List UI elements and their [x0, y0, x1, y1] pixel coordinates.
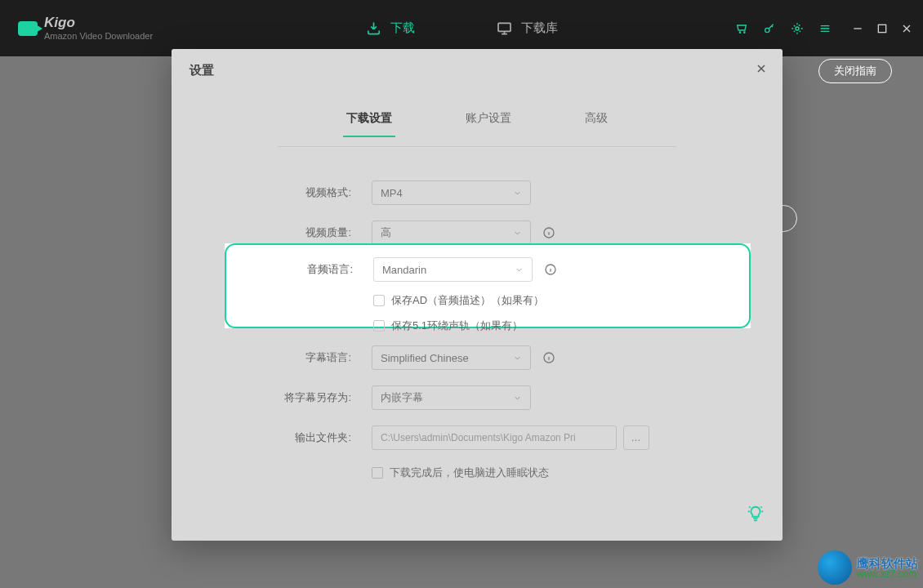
- row-sleep-after: 下载完成后，使电脑进入睡眠状态: [172, 466, 783, 480]
- chevron-down-icon: [513, 229, 522, 238]
- guide-highlight: 音频语言: Mandarin 保存AD（音频描述）（如果有） 保存5.1环绕声轨…: [225, 243, 751, 328]
- key-icon[interactable]: [763, 22, 776, 35]
- close-guide-button[interactable]: 关闭指南: [818, 59, 892, 83]
- chevron-down-icon: [513, 394, 522, 403]
- svg-point-2: [744, 32, 745, 33]
- modal-close-icon[interactable]: [755, 62, 768, 75]
- titlebar: Kigo Amazon Video Downloader 下载 下载库: [0, 0, 923, 56]
- select-save-subtitle-as[interactable]: 内嵌字幕: [372, 385, 531, 410]
- monitor-icon: [497, 20, 513, 37]
- download-icon: [366, 20, 382, 37]
- cart-icon[interactable]: [735, 22, 748, 35]
- browse-label: …: [631, 432, 642, 443]
- select-subtitle-language[interactable]: Simplified Chinese: [372, 345, 531, 370]
- chevron-down-icon: [513, 354, 522, 363]
- close-icon[interactable]: [900, 22, 913, 35]
- row-video-quality: 视频质量: 高: [172, 220, 783, 245]
- label-save-51: 保存5.1环绕声轨（如果有）: [391, 318, 523, 333]
- value-video-format: MP4: [381, 187, 403, 199]
- modal-tabs: 下载设置 账户设置 高级: [172, 111, 783, 136]
- tab-account-settings[interactable]: 账户设置: [466, 111, 511, 136]
- info-icon[interactable]: [542, 351, 555, 364]
- info-icon[interactable]: [544, 263, 557, 276]
- value-output-folder: C:\Users\admin\Documents\Kigo Amazon Pri: [381, 432, 576, 443]
- value-subtitle-language: Simplified Chinese: [381, 352, 469, 364]
- gear-icon[interactable]: [791, 22, 804, 35]
- tab-advanced-settings-label: 高级: [585, 111, 608, 124]
- minimize-icon[interactable]: [851, 22, 864, 35]
- label-video-format: 视频格式:: [172, 185, 372, 200]
- checkbox-save-ad[interactable]: [373, 295, 385, 306]
- app-subtitle: Amazon Video Downloader: [44, 31, 153, 41]
- tab-download[interactable]: 下载: [366, 20, 415, 37]
- app-name: Kigo: [44, 16, 153, 31]
- chevron-down-icon: [515, 265, 524, 274]
- main-tabs: 下载 下载库: [366, 0, 558, 56]
- label-save-subtitle-as: 将字幕另存为:: [172, 390, 372, 405]
- tab-account-settings-label: 账户设置: [466, 111, 511, 124]
- tab-download-settings-label: 下载设置: [346, 111, 392, 124]
- menu-icon[interactable]: [818, 22, 832, 35]
- row-video-format: 视频格式: MP4: [172, 180, 783, 205]
- close-guide-label: 关闭指南: [834, 64, 876, 78]
- label-subtitle-language: 字幕语言:: [172, 350, 372, 365]
- value-audio-language: Mandarin: [382, 264, 426, 276]
- value-save-subtitle-as: 内嵌字幕: [381, 390, 423, 405]
- svg-point-4: [796, 27, 799, 30]
- checkbox-save-51[interactable]: [373, 320, 385, 332]
- system-icons: [735, 0, 913, 56]
- tab-library[interactable]: 下载库: [497, 20, 558, 37]
- row-save-subtitle-as: 将字幕另存为: 内嵌字幕: [172, 385, 783, 410]
- label-save-ad: 保存AD（音频描述）（如果有）: [391, 293, 544, 308]
- app-logo: Kigo Amazon Video Downloader: [0, 16, 153, 41]
- checkbox-sleep-after[interactable]: [372, 467, 383, 479]
- label-sleep-after: 下载完成后，使电脑进入睡眠状态: [390, 466, 549, 480]
- row-output-folder: 输出文件夹: C:\Users\admin\Documents\Kigo Ama…: [172, 425, 783, 450]
- row-save-ad: 保存AD（音频描述）（如果有）: [226, 293, 749, 308]
- tab-advanced-settings[interactable]: 高级: [585, 111, 608, 136]
- row-audio-language: 音频语言: Mandarin: [226, 257, 749, 282]
- row-save-51: 保存5.1环绕声轨（如果有）: [226, 318, 749, 333]
- lightbulb-icon[interactable]: [747, 505, 765, 523]
- camera-icon: [18, 21, 38, 36]
- output-folder-field: C:\Users\admin\Documents\Kigo Amazon Pri: [372, 425, 617, 450]
- settings-modal: 设置 下载设置 账户设置 高级 视频格式: MP4 视频质量: 高 字幕语言:: [172, 49, 783, 541]
- select-video-quality[interactable]: 高: [372, 220, 531, 245]
- row-subtitle-language: 字幕语言: Simplified Chinese: [172, 345, 783, 370]
- svg-rect-5: [878, 24, 885, 32]
- tab-library-label: 下载库: [521, 20, 558, 36]
- tab-download-label: 下载: [390, 20, 415, 36]
- label-audio-language: 音频语言:: [226, 262, 373, 277]
- svg-point-1: [739, 32, 740, 33]
- info-icon[interactable]: [542, 226, 555, 239]
- svg-point-3: [765, 28, 769, 32]
- value-video-quality: 高: [381, 225, 391, 240]
- select-audio-language[interactable]: Mandarin: [373, 257, 533, 282]
- tab-download-settings[interactable]: 下载设置: [346, 111, 392, 136]
- label-output-folder: 输出文件夹:: [172, 430, 372, 445]
- maximize-icon[interactable]: [876, 22, 889, 35]
- chevron-down-icon: [513, 189, 522, 198]
- label-video-quality: 视频质量:: [172, 225, 372, 240]
- modal-title: 设置: [190, 63, 765, 78]
- browse-button[interactable]: …: [623, 425, 649, 450]
- svg-rect-0: [498, 23, 511, 31]
- select-video-format[interactable]: MP4: [372, 180, 531, 205]
